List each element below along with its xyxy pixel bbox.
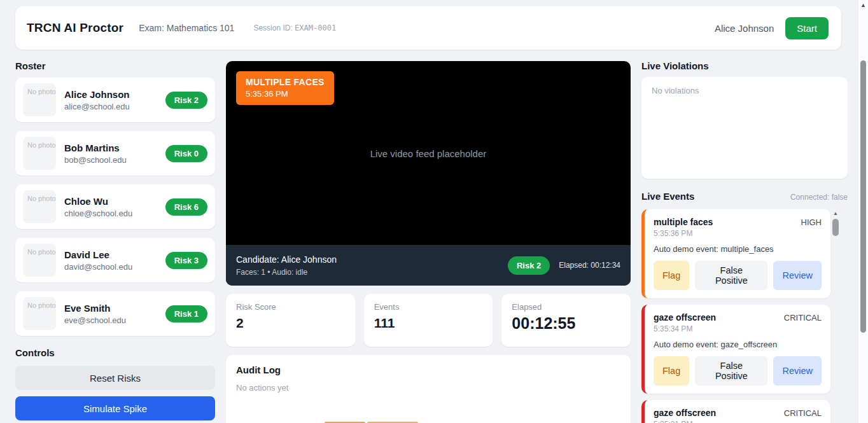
header: TRCN AI Proctor Exam: Mathematics 101 Se…	[15, 6, 841, 50]
event-severity: CRITICAL	[784, 408, 822, 418]
event-title: gaze offscreen	[654, 312, 716, 322]
event-description: Auto demo event: gaze_offscreen	[654, 340, 822, 349]
stat-card-risk-score: Risk Score 2	[226, 294, 355, 347]
live-violations-panel: No violations	[641, 77, 848, 179]
alert-time: 5:35:36 PM	[246, 89, 325, 99]
live-violations-heading: Live Violations	[641, 61, 848, 71]
start-button[interactable]: Start	[785, 17, 829, 39]
video-placeholder-text: Live video feed placeholder	[226, 148, 631, 159]
student-email: alice@school.edu	[64, 102, 165, 111]
scroll-up-icon[interactable]: ▲	[858, 0, 868, 10]
roster-item-chloe[interactable]: No photo Chloe Wu chloe@school.edu Risk …	[15, 184, 215, 229]
event-title: gaze offscreen	[654, 408, 716, 418]
connection-status: Connected: false	[790, 193, 848, 202]
window-scrollbar-thumb[interactable]	[860, 60, 866, 333]
roster-item-david[interactable]: No photo David Lee david@school.edu Risk…	[15, 238, 215, 282]
risk-badge: Risk 0	[165, 145, 207, 162]
reset-risks-button[interactable]: Reset Risks	[15, 366, 215, 390]
flag-button[interactable]: Flag	[654, 356, 689, 385]
roster-info: Chloe Wu chloe@school.edu	[64, 196, 165, 218]
stat-value: 2	[236, 316, 345, 331]
event-actions: Flag False Positive Review	[654, 261, 822, 290]
stat-card-elapsed: Elapsed 00:12:55	[501, 294, 631, 347]
stat-value: 111	[374, 316, 483, 331]
roster-info: David Lee david@school.edu	[64, 249, 165, 272]
proctor-dashboard: TRCN AI Proctor Exam: Mathematics 101 Se…	[0, 0, 858, 423]
live-events-list: multiple faces HIGH 5:35:36 PM Auto demo…	[641, 209, 848, 423]
risk-badge: Risk 3	[165, 252, 207, 269]
avatar: No photo	[23, 83, 56, 116]
stat-value: 00:12:55	[512, 314, 620, 333]
roster-info: Eve Smith eve@school.edu	[64, 303, 165, 325]
student-email: bob@school.edu	[64, 155, 165, 165]
violations-empty-text: No violations	[652, 86, 837, 95]
roster-item-eve[interactable]: No photo Eve Smith eve@school.edu Risk 1	[15, 291, 215, 336]
review-button[interactable]: Review	[773, 356, 822, 385]
audit-log-empty-text: No actions yet	[236, 383, 620, 392]
faces-audio-status: Faces: 1 • Audio: idle	[236, 268, 508, 277]
video-bar-right: Risk 2 Elapsed: 00:12:34	[508, 256, 620, 275]
student-email: chloe@school.edu	[64, 209, 165, 218]
video-bar-left: Candidate: Alice Johnson Faces: 1 • Audi…	[236, 254, 508, 277]
roster-info: Alice Johnson alice@school.edu	[64, 89, 165, 111]
audit-log-panel: Audit Log No actions yet	[226, 355, 631, 423]
roster-heading: Roster	[15, 61, 215, 71]
live-events-heading-row: Live Events Connected: false	[641, 191, 848, 202]
alert-title: MULTIPLE FACES	[246, 77, 325, 87]
roster-item-alice[interactable]: No photo Alice Johnson alice@school.edu …	[15, 78, 215, 122]
exam-label: Exam: Mathematics 101	[139, 23, 234, 33]
event-time: 5:35:31 PM	[654, 420, 822, 423]
violation-alert-badge: MULTIPLE FACES 5:35:36 PM	[236, 71, 334, 105]
event-head: multiple faces HIGH	[654, 217, 822, 227]
events-scrollbar-thumb[interactable]	[832, 219, 839, 236]
avatar: No photo	[23, 137, 56, 170]
stat-label: Events	[374, 302, 483, 312]
stat-card-events: Events 111	[364, 294, 493, 347]
events-scrollbar[interactable]: ▲	[832, 211, 839, 236]
event-description: Auto demo event: multiple_faces	[654, 244, 822, 254]
false-positive-button[interactable]: False Positive	[695, 356, 767, 385]
events-panel: Live Violations No violations Live Event…	[641, 61, 848, 423]
scroll-up-icon[interactable]: ▲	[832, 211, 839, 217]
event-severity: CRITICAL	[784, 313, 822, 322]
student-name: Chloe Wu	[64, 196, 165, 207]
event-card-gaze-offscreen-2: gaze offscreen CRITICAL 5:35:31 PM Auto …	[641, 400, 830, 423]
event-actions: Flag False Positive Review	[654, 356, 822, 385]
window-scrollbar[interactable]: ▲	[858, 0, 868, 423]
video-risk-badge: Risk 2	[508, 256, 550, 275]
app-title: TRCN AI Proctor	[27, 21, 123, 35]
stat-label: Elapsed	[512, 302, 620, 312]
false-positive-button[interactable]: False Positive	[695, 261, 767, 290]
session-label-text: Session ID:	[253, 24, 292, 32]
event-time: 5:35:36 PM	[654, 229, 822, 238]
risk-badge: Risk 6	[165, 198, 207, 216]
video-status-bar: Candidate: Alice Johnson Faces: 1 • Audi…	[226, 245, 631, 286]
student-email: eve@school.edu	[64, 316, 165, 325]
candidate-label: Candidate: Alice Johnson	[236, 254, 508, 265]
event-head: gaze offscreen CRITICAL	[654, 408, 822, 418]
event-card-multiple-faces: multiple faces HIGH 5:35:36 PM Auto demo…	[641, 209, 830, 298]
review-button[interactable]: Review	[773, 261, 822, 290]
live-events-heading: Live Events	[641, 191, 694, 202]
event-title: multiple faces	[654, 217, 713, 227]
event-time: 5:35:34 PM	[654, 324, 822, 333]
simulate-spike-button[interactable]: Simulate Spike	[15, 396, 215, 420]
session-id-label: Session ID: EXAM-0001	[253, 24, 336, 32]
student-name: Bob Martins	[64, 142, 165, 153]
live-video-feed: MULTIPLE FACES 5:35:36 PM Live video fee…	[226, 61, 631, 286]
flag-button[interactable]: Flag	[654, 261, 689, 290]
student-name: Alice Johnson	[64, 89, 165, 100]
event-card-gaze-offscreen-1: gaze offscreen CRITICAL 5:35:34 PM Auto …	[641, 305, 830, 394]
event-severity: HIGH	[801, 218, 822, 227]
monitor-panel: MULTIPLE FACES 5:35:36 PM Live video fee…	[226, 61, 631, 423]
risk-badge: Risk 2	[165, 92, 207, 109]
student-name: Eve Smith	[64, 303, 165, 314]
audit-log-heading: Audit Log	[236, 365, 620, 375]
roster-list: No photo Alice Johnson alice@school.edu …	[15, 78, 215, 336]
student-name: David Lee	[64, 249, 165, 260]
roster-item-bob[interactable]: No photo Bob Martins bob@school.edu Risk…	[15, 131, 215, 176]
event-head: gaze offscreen CRITICAL	[654, 312, 822, 322]
roster-info: Bob Martins bob@school.edu	[64, 142, 165, 165]
video-elapsed: Elapsed: 00:12:34	[559, 261, 620, 270]
stat-label: Risk Score	[236, 302, 345, 312]
